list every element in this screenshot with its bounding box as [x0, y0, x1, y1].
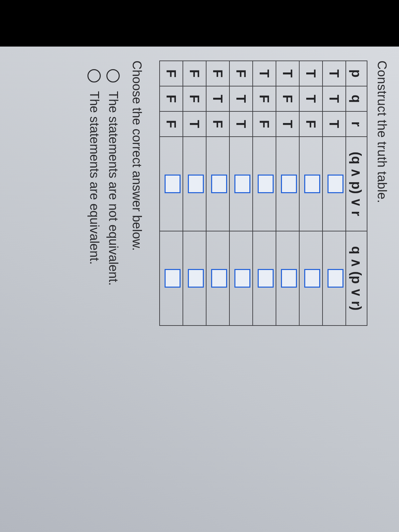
- cell-q: F: [253, 86, 276, 111]
- table-row: F F F: [160, 61, 183, 326]
- answer-input[interactable]: [258, 175, 274, 193]
- option-not-equivalent[interactable]: The statements are not equivalent.: [106, 69, 120, 519]
- table-row: T T T: [323, 61, 346, 326]
- answer-input[interactable]: [188, 269, 204, 288]
- answer-input[interactable]: [211, 269, 227, 288]
- cell-p: F: [229, 61, 253, 86]
- cell-p: F: [206, 61, 229, 86]
- cell-q: T: [229, 86, 253, 111]
- table-row: F T T: [229, 61, 253, 326]
- cell-expr2: [276, 231, 299, 326]
- cell-expr1: [253, 137, 276, 231]
- cell-expr2: [323, 231, 346, 326]
- cell-q: T: [299, 86, 323, 111]
- col-header-p: p: [346, 61, 367, 86]
- cell-expr2: [206, 231, 229, 326]
- cell-r: F: [299, 111, 323, 137]
- cell-r: T: [323, 111, 346, 137]
- instruction-text: Construct the truth table.: [375, 61, 389, 519]
- cell-expr2: [299, 231, 323, 326]
- option-label: The statements are equivalent.: [87, 91, 101, 265]
- option-equivalent[interactable]: The statements are equivalent.: [87, 69, 101, 519]
- col-header-q: q: [346, 86, 367, 111]
- cell-p: F: [183, 61, 206, 86]
- cell-p: T: [253, 61, 276, 86]
- answer-input[interactable]: [188, 175, 204, 193]
- worksheet-screen: Construct the truth table. p q r (q ∧ p)…: [0, 47, 399, 532]
- table-row: F T F: [206, 61, 229, 326]
- answer-input[interactable]: [258, 269, 274, 288]
- cell-q: F: [276, 86, 299, 111]
- cell-r: F: [253, 111, 276, 137]
- cell-q: F: [160, 86, 183, 111]
- cell-r: T: [276, 111, 299, 137]
- cell-p: T: [299, 61, 323, 86]
- radio-icon[interactable]: [107, 69, 120, 82]
- cell-expr1: [183, 137, 206, 231]
- answer-input[interactable]: [281, 269, 297, 288]
- option-label: The statements are not equivalent.: [106, 91, 120, 286]
- answer-input[interactable]: [305, 175, 321, 193]
- cell-expr2: [229, 231, 253, 326]
- col-header-expr2: q ∧ (p ∨ r): [346, 231, 367, 326]
- cell-r: T: [229, 111, 253, 137]
- answer-input[interactable]: [305, 269, 321, 288]
- table-row: F F T: [183, 61, 206, 326]
- cell-expr1: [276, 137, 299, 231]
- answer-input[interactable]: [235, 269, 251, 288]
- cell-p: F: [160, 61, 183, 86]
- cell-expr1: [160, 137, 183, 231]
- answer-input[interactable]: [235, 175, 251, 193]
- answer-input[interactable]: [165, 269, 181, 288]
- col-header-r: r: [346, 111, 367, 137]
- cell-expr1: [299, 137, 323, 231]
- cell-p: T: [323, 61, 346, 86]
- cell-expr1: [323, 137, 346, 231]
- truth-table: p q r (q ∧ p) ∨ r q ∧ (p ∨ r) T T T T: [159, 61, 367, 326]
- cell-p: T: [276, 61, 299, 86]
- cell-expr2: [160, 231, 183, 326]
- cell-expr2: [253, 231, 276, 326]
- cell-r: F: [160, 111, 183, 137]
- table-row: T F F: [253, 61, 276, 326]
- answer-input[interactable]: [281, 175, 297, 193]
- answer-input[interactable]: [165, 175, 181, 193]
- cell-r: T: [183, 111, 206, 137]
- answer-input[interactable]: [328, 175, 344, 193]
- answer-input[interactable]: [328, 269, 344, 288]
- choose-prompt: Choose the correct answer below.: [130, 61, 144, 519]
- cell-expr1: [229, 137, 253, 231]
- cell-q: T: [206, 86, 229, 111]
- col-header-expr1: (q ∧ p) ∨ r: [346, 137, 367, 231]
- radio-icon[interactable]: [88, 69, 101, 82]
- cell-r: F: [206, 111, 229, 137]
- answer-input[interactable]: [211, 175, 227, 193]
- cell-q: F: [183, 86, 206, 111]
- cell-expr1: [206, 137, 229, 231]
- cell-expr2: [183, 231, 206, 326]
- cell-q: T: [323, 86, 346, 111]
- table-row: T F T: [276, 61, 299, 326]
- table-row: T T F: [299, 61, 323, 326]
